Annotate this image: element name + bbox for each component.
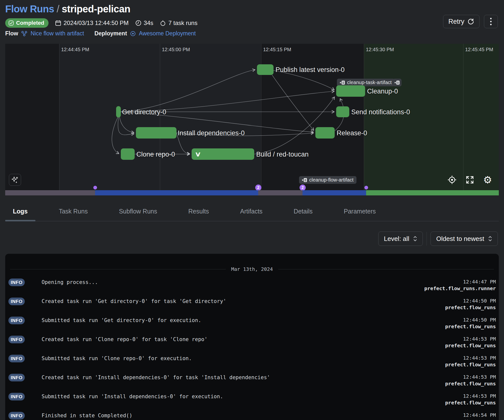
log-logger: prefect.flow_runs bbox=[445, 324, 496, 329]
event-dot-badge[interactable]: 2 bbox=[300, 185, 306, 191]
event-dot-badge[interactable]: 2 bbox=[255, 185, 261, 191]
log-filters: Level: all Oldest to newest bbox=[378, 232, 498, 246]
task-run-timeline-graph[interactable]: 12:44:45 PM 12:45:00 PM 12:45:15 PM 12:4… bbox=[5, 44, 499, 195]
task-node-cleanup[interactable] bbox=[336, 85, 365, 97]
log-task-name: Get directory-0 bbox=[451, 419, 496, 420]
log-message: Submitted task run 'Install dependencies… bbox=[42, 394, 223, 399]
task-node-publish-latest-version[interactable] bbox=[257, 64, 274, 75]
task-node-get-directory[interactable] bbox=[116, 106, 121, 117]
log-message: Finished in state Completed() bbox=[42, 413, 132, 419]
task-node-label: Clone repo-0 bbox=[136, 151, 175, 158]
chevron-updown-icon bbox=[488, 235, 492, 242]
minimap-segment-running bbox=[302, 190, 366, 195]
log-logger: prefect.flow_runs bbox=[445, 362, 496, 368]
deployment-icon bbox=[130, 31, 136, 37]
tab-subflow-runs[interactable]: Subflow Runs bbox=[111, 208, 165, 221]
detail-tabs: Logs Task Runs Subflow Runs Results Arti… bbox=[5, 208, 499, 221]
tab-results[interactable]: Results bbox=[181, 208, 217, 221]
minimap-segment-running bbox=[95, 190, 258, 195]
artifact-icon bbox=[340, 80, 345, 85]
tab-details[interactable]: Details bbox=[286, 208, 320, 221]
status-badge: Completed bbox=[5, 18, 49, 28]
log-level-badge: INFO bbox=[8, 412, 25, 420]
log-level-badge: INFO bbox=[8, 336, 25, 343]
log-time: 12:44:53 PM bbox=[463, 374, 496, 380]
minimap-segment-completed bbox=[366, 190, 499, 195]
clock-icon bbox=[135, 20, 142, 26]
task-node-install-dependencies[interactable] bbox=[136, 127, 176, 139]
task-run-count: 7 task runs bbox=[160, 20, 197, 26]
tab-logs[interactable]: Logs bbox=[5, 208, 35, 221]
log-date: Mar 13th, 2024 bbox=[231, 266, 273, 272]
flow-deployment-row: Flow Nice flow with artifact Deployment … bbox=[5, 30, 196, 37]
start-time-value: 2024/03/13 12:44:50 PM bbox=[64, 20, 129, 26]
artifact-icon bbox=[395, 80, 400, 85]
sort-order-value: Oldest to newest bbox=[436, 235, 484, 243]
task-node-label: Publish latest version-0 bbox=[276, 66, 345, 74]
log-message: Submitted task run 'Get directory-0' for… bbox=[42, 317, 201, 323]
task-node-clone-repo[interactable] bbox=[121, 148, 135, 160]
log-time: 12:44:50 PM bbox=[463, 298, 496, 304]
sort-order-select[interactable]: Oldest to newest bbox=[430, 232, 498, 246]
more-actions-button[interactable] bbox=[484, 15, 498, 28]
log-logger: prefect.flow_runs bbox=[445, 343, 496, 349]
task-node-send-notifications[interactable] bbox=[336, 106, 349, 117]
tab-parameters[interactable]: Parameters bbox=[336, 208, 383, 221]
log-logger: prefect.flow_runs bbox=[445, 400, 496, 406]
subflow-node-build-red-toucan[interactable]: ∨ bbox=[192, 148, 254, 160]
log-date-divider: Mar 13th, 2024 bbox=[10, 266, 494, 272]
deployment-name-link[interactable]: Awesome Deployment bbox=[139, 30, 196, 37]
tab-artifacts[interactable]: Artifacts bbox=[232, 208, 270, 221]
calendar-icon bbox=[55, 20, 61, 26]
artifact-chip-label: cleanup-flow-artifact bbox=[309, 177, 353, 183]
artifact-chip-mini[interactable] bbox=[393, 79, 402, 86]
task-run-count-value: 7 task runs bbox=[168, 20, 197, 26]
log-time: 12:44:53 PM bbox=[463, 355, 496, 361]
flow-name-link[interactable]: Nice flow with artifact bbox=[30, 30, 84, 37]
log-message: Opening process... bbox=[42, 279, 98, 285]
log-logger: prefect.flow_runs bbox=[445, 381, 496, 387]
log-logger: prefect.flow_runs.runner bbox=[424, 285, 496, 291]
filter-divider bbox=[427, 232, 427, 246]
flow-label: Flow bbox=[5, 30, 18, 37]
recenter-button[interactable] bbox=[447, 175, 457, 185]
event-dot[interactable] bbox=[93, 186, 97, 189]
start-time: 2024/03/13 12:44:50 PM bbox=[55, 20, 129, 26]
fullscreen-button[interactable] bbox=[465, 175, 475, 185]
task-node-label: Release-0 bbox=[337, 129, 367, 137]
page-title: striped-pelican bbox=[62, 3, 130, 14]
minimap-segment-scheduled bbox=[5, 190, 95, 195]
flow-icon bbox=[21, 31, 27, 37]
logs-panel[interactable]: Mar 13th, 2024 INFO Opening process... 1… bbox=[5, 254, 499, 420]
log-message: Submitted task run 'Clone repo-0' for ex… bbox=[42, 355, 192, 361]
task-node-label: Get directory-0 bbox=[122, 108, 166, 116]
log-level-badge: INFO bbox=[8, 317, 25, 324]
log-logger: prefect.flow_runs bbox=[445, 304, 496, 310]
chevron-down-icon[interactable]: ∨ bbox=[195, 151, 201, 157]
graph-settings-button[interactable]: ⚙ bbox=[482, 175, 493, 185]
run-state-minimap[interactable] bbox=[5, 190, 499, 195]
event-dot[interactable] bbox=[364, 186, 368, 189]
log-time: 12:44:53 PM bbox=[463, 336, 496, 342]
kebab-menu-icon bbox=[490, 17, 492, 26]
task-node-label: Send notifications-0 bbox=[351, 108, 410, 116]
ai-sparkles-button[interactable] bbox=[9, 174, 21, 186]
breadcrumb-flow-runs-link[interactable]: Flow Runs bbox=[5, 3, 54, 14]
duration: 34s bbox=[135, 20, 153, 26]
deployment-label: Deployment bbox=[94, 30, 127, 37]
graph-toolbar: ⚙ bbox=[447, 175, 493, 185]
breadcrumb: Flow Runs/striped-pelican bbox=[5, 3, 130, 15]
artifact-chip-cleanup-flow[interactable]: cleanup-flow-artifact bbox=[299, 176, 356, 184]
task-node-release[interactable] bbox=[315, 127, 335, 139]
tab-task-runs[interactable]: Task Runs bbox=[51, 208, 96, 221]
task-runs-icon bbox=[160, 20, 166, 26]
level-filter-select[interactable]: Level: all bbox=[378, 232, 423, 246]
log-message: Created task run 'Clone repo-0' for task… bbox=[42, 336, 207, 342]
status-label: Completed bbox=[16, 20, 44, 26]
retry-button[interactable]: Retry bbox=[443, 15, 479, 28]
minimap-segment-paused bbox=[258, 190, 302, 195]
artifact-icon bbox=[302, 178, 307, 182]
log-level-badge: INFO bbox=[8, 298, 25, 305]
artifact-chip-label: cleanup-task-artifact bbox=[347, 80, 392, 85]
fullscreen-icon bbox=[466, 176, 474, 184]
